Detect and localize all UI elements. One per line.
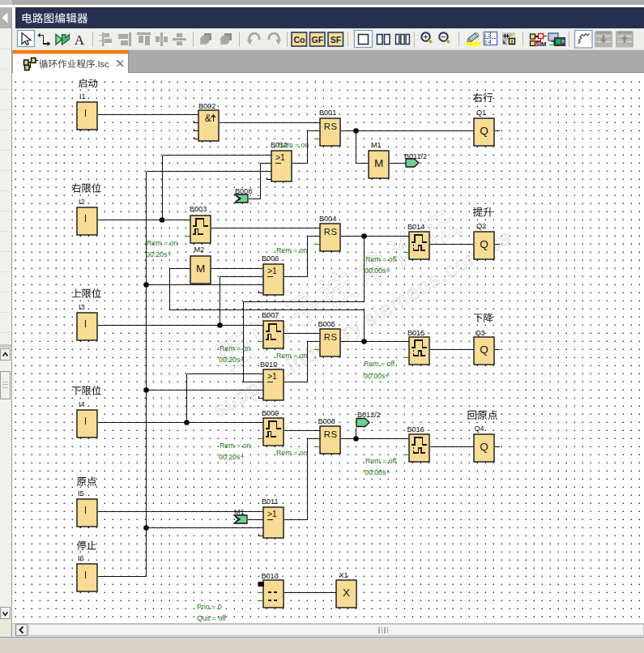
svg-text:Q: Q (480, 441, 488, 453)
svg-text:B008: B008 (318, 417, 335, 425)
svg-text:M1: M1 (234, 508, 245, 516)
svg-text:B013: B013 (262, 572, 279, 580)
svg-text:M: M (196, 262, 205, 275)
svg-text:X: X (343, 587, 350, 599)
svg-text:B009: B009 (262, 409, 279, 417)
svg-text:Q3: Q3 (476, 329, 485, 337)
svg-text:I6: I6 (78, 554, 84, 562)
svg-text:B001: B001 (319, 109, 336, 117)
svg-text:I5: I5 (78, 489, 84, 497)
svg-text:Rem = off: Rem = off (365, 255, 397, 263)
svg-text:B007: B007 (262, 311, 279, 319)
svg-text:A: A (75, 32, 85, 48)
svg-text:Rem = off: Rem = off (364, 360, 395, 368)
svg-text:B011: B011 (262, 497, 279, 506)
svg-text:M2: M2 (194, 245, 205, 254)
svg-text:&: & (205, 113, 211, 124)
svg-text:B012/2: B012/2 (357, 411, 381, 419)
svg-text:Rem = on: Rem = on (276, 246, 307, 254)
svg-text:>1: >1 (267, 372, 277, 381)
svg-text:I2: I2 (79, 198, 85, 206)
svg-text:Q: Q (480, 238, 488, 250)
svg-text:B011/2: B011/2 (404, 152, 427, 160)
svg-text:B014: B014 (407, 223, 424, 231)
svg-text:B005: B005 (318, 320, 335, 328)
svg-text:Rem = on: Rem = on (276, 352, 307, 360)
svg-text:00:20s+: 00:20s+ (146, 250, 172, 258)
svg-text:Rem = on: Rem = on (276, 449, 307, 457)
svg-text:00:00s+: 00:00s+ (365, 267, 390, 275)
svg-text:>1: >1 (267, 510, 277, 519)
svg-text:Q2: Q2 (476, 222, 486, 230)
svg-text:B006: B006 (262, 254, 279, 262)
svg-text:I: I (511, 39, 513, 45)
svg-text:SF: SF (331, 35, 342, 45)
svg-text:RS: RS (324, 429, 338, 439)
svg-text:Prio = 0: Prio = 0 (197, 603, 222, 611)
svg-text:B002: B002 (198, 102, 215, 110)
svg-text:3:4: 3:4 (484, 40, 491, 45)
svg-text:>1: >1 (267, 267, 277, 275)
svg-text:I1: I1 (79, 92, 86, 100)
svg-text:B015: B015 (407, 329, 424, 337)
svg-text:B010: B010 (260, 361, 277, 369)
svg-text:Rem = on: Rem = on (220, 344, 250, 352)
svg-text:00:00s+: 00:00s+ (365, 468, 390, 476)
svg-text:GF: GF (312, 35, 324, 45)
svg-text:RS: RS (324, 332, 338, 342)
svg-text:Quit = off: Quit = off (197, 614, 226, 622)
svg-text:X1: X1 (339, 571, 348, 579)
svg-text:RS: RS (324, 122, 338, 131)
svg-text:.lsc: .lsc (96, 59, 110, 69)
svg-text:B003: B003 (190, 205, 207, 213)
svg-text:1:2: 1:2 (484, 33, 491, 38)
svg-text:Rem = on: Rem = on (220, 442, 250, 450)
svg-text:Q: Q (480, 125, 488, 137)
svg-text:Rem = on: Rem = on (278, 141, 309, 149)
svg-text:I3: I3 (79, 303, 85, 311)
svg-text:00:20s+: 00:20s+ (219, 453, 245, 461)
svg-text:Q4: Q4 (475, 425, 484, 433)
svg-text:I4: I4 (79, 400, 85, 408)
svg-text:Q1: Q1 (476, 109, 486, 117)
svg-text:M1: M1 (371, 141, 382, 149)
svg-text:RS: RS (324, 227, 338, 237)
svg-text:Rem = on: Rem = on (147, 239, 177, 247)
svg-text:Rem = off: Rem = off (365, 457, 397, 465)
svg-text:Q: Q (480, 344, 488, 356)
svg-text:00:20s+: 00:20s+ (219, 356, 245, 364)
svg-text:>1: >1 (275, 153, 285, 162)
svg-text:Co: Co (293, 35, 305, 45)
svg-text:B008: B008 (235, 187, 252, 195)
svg-text:00:00s+: 00:00s+ (364, 372, 390, 380)
svg-text:B016: B016 (407, 425, 424, 433)
svg-text:B004: B004 (319, 215, 336, 223)
svg-text:M: M (374, 157, 383, 169)
svg-text:SIM: SIM (535, 41, 546, 48)
